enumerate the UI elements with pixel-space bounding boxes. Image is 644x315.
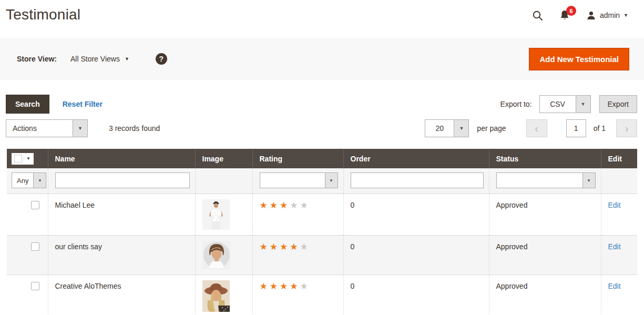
add-new-testimonial-button[interactable]: Add New Testimonial [529,48,629,70]
search-icon[interactable] [532,10,543,21]
column-header-edit[interactable]: Edit [601,149,637,168]
mass-actions-value: Actions [6,120,73,137]
select-all-dropdown[interactable]: ▼ [12,153,34,165]
edit-link[interactable]: Edit [608,201,621,209]
column-header-status[interactable]: Status [489,149,601,168]
select-all-checkbox[interactable] [14,155,22,162]
name-filter-input[interactable] [55,172,190,188]
any-filter-value: Any [12,173,33,188]
chevron-down-icon[interactable]: ▼ [33,173,46,188]
testimonial-order: 0 [343,236,489,275]
testimonial-name: Michael Lee [48,194,195,236]
export-format-value: CSV [540,96,576,113]
column-header-image[interactable]: Image [195,149,252,168]
chevron-down-icon: ▼ [125,57,129,62]
export-to-label: Export to: [500,100,532,108]
chevron-down-icon[interactable]: ▼ [454,120,468,137]
rating-stars: ★★★★★ [260,242,310,252]
image-filter-cell [195,168,252,194]
table-row: Michael Lee ★★★★★ [7,194,637,236]
column-header-rating[interactable]: Rating [252,149,343,168]
testimonial-name: Creative AloThemes [48,275,195,315]
testimonial-order: 0 [343,275,489,315]
chevron-down-icon: ▼ [623,13,628,18]
order-filter-input[interactable] [351,172,484,188]
notifications-bell-icon[interactable]: 6 [559,9,570,21]
store-view-label: Store View: [17,55,57,63]
column-header-order[interactable]: Order [343,149,489,168]
previous-page-button[interactable]: ‹ [526,119,547,137]
chevron-down-icon[interactable]: ▼ [325,173,338,188]
store-view-bar: Store View: All Store Views ▼ ? Add New … [0,38,644,80]
grid-controls-toolbar: Actions ▼ 3 records found 20 ▼ per page … [0,119,644,138]
edit-link[interactable]: Edit [608,282,621,290]
mass-actions-select[interactable]: Actions ▼ [6,119,88,137]
rating-filter-select[interactable]: ▼ [260,172,338,188]
blonde-woman-brown-hat-photo [202,280,230,312]
rating-stars: ★★★★★ [260,281,310,291]
table-row: our clients say ★★★★★ 0 Approved Edit [7,236,637,275]
row-checkbox[interactable] [31,201,39,209]
table-row: Creative AloThemes [7,275,637,315]
admin-user-menu[interactable]: admin ▼ [586,11,628,21]
row-checkbox[interactable] [31,242,39,251]
select-all-header: ▼ [7,149,48,168]
status-badge: Approved [489,236,601,275]
grid-filter-row: Any ▼ ▼ ▼ [7,168,637,194]
per-page-value: 20 [425,120,454,137]
chevron-down-icon[interactable]: ▼ [24,156,33,161]
edit-filter-cell [601,168,637,194]
young-man-portrait-circle-photo [202,241,231,269]
page-title: Testimonial [6,6,80,23]
search-button[interactable]: Search [6,95,49,114]
edit-link[interactable]: Edit [608,242,621,251]
grid-header-row: ▼ Name Image Rating Order Status Edit [7,149,637,168]
records-found-label: 3 records found [109,124,160,133]
per-page-select[interactable]: 20 ▼ [425,119,469,137]
row-checkbox[interactable] [31,282,39,290]
admin-user-label: admin [600,11,620,19]
notification-count-badge[interactable]: 6 [566,6,576,16]
chevron-down-icon[interactable]: ▼ [73,120,87,137]
store-view-selected-value: All Store Views [70,55,120,63]
reset-filter-link[interactable]: Reset Filter [63,100,103,108]
chevron-down-icon[interactable]: ▼ [576,96,590,113]
status-badge: Approved [489,194,601,236]
person-icon [586,11,596,21]
testimonial-grid: ▼ Name Image Rating Order Status Edit An… [7,149,637,315]
next-page-button[interactable]: › [616,119,637,137]
man-in-cap-white-tshirt-photo [202,199,230,230]
per-page-label: per page [477,124,506,133]
total-pages-label: of 1 [594,124,606,133]
export-button[interactable]: Export [599,95,637,113]
current-page-input[interactable] [566,119,586,137]
testimonial-admin-page: Testimonial 6 admin ▼ Store View: All St… [0,0,644,315]
search-export-toolbar: Search Reset Filter Export to: CSV ▼ Exp… [0,95,644,114]
export-format-select[interactable]: CSV ▼ [539,95,591,113]
testimonial-name: our clients say [48,236,195,275]
page-header: Testimonial 6 admin ▼ [0,0,644,37]
header-actions: 6 admin ▼ [532,6,628,21]
status-filter-select[interactable]: ▼ [496,172,596,188]
chevron-down-icon[interactable]: ▼ [582,173,595,188]
any-filter-select[interactable]: Any ▼ [12,172,46,188]
status-badge: Approved [489,275,601,315]
rating-stars: ★★★★★ [260,200,310,210]
column-header-name[interactable]: Name [48,149,195,168]
help-icon[interactable]: ? [156,53,167,65]
store-view-selector[interactable]: All Store Views ▼ [70,55,129,63]
testimonial-order: 0 [343,194,489,236]
